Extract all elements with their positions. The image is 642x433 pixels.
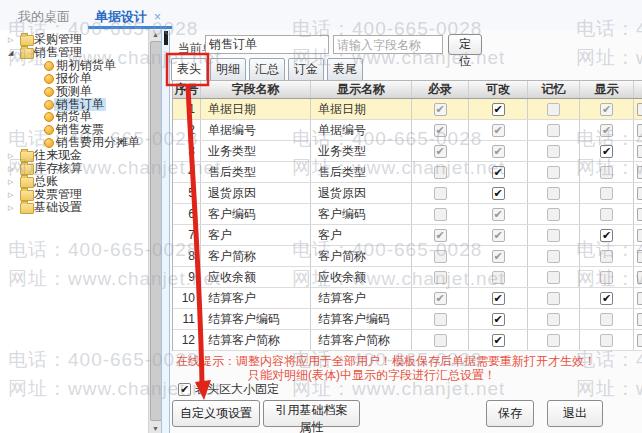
table-row-9[interactable]: 9应收余额应收余额 <box>173 267 642 288</box>
checkbox-required-row-12[interactable] <box>434 334 447 347</box>
checkbox-visible-row-1[interactable]: ✔ <box>600 103 613 116</box>
checkbox-required-row-6[interactable] <box>434 208 447 221</box>
checkbox-required-row-5[interactable] <box>434 187 447 200</box>
tree-expand-icon[interactable]: ▷ <box>8 188 13 201</box>
checkbox-required-row-7[interactable]: ✔ <box>434 229 447 242</box>
table-row-4[interactable]: 4售后类型售后类型✔ <box>173 162 642 183</box>
panel-splitter[interactable] <box>161 30 170 433</box>
tree-expand-icon[interactable]: ▷ <box>8 201 13 214</box>
checkbox-editable-row-9[interactable] <box>492 271 505 284</box>
save-button[interactable]: 保存 <box>486 400 534 427</box>
checkbox-visible-row-4[interactable] <box>600 166 613 179</box>
checkbox-visible-row-6[interactable] <box>600 208 613 221</box>
checkbox-visible-row-12[interactable] <box>600 334 613 347</box>
tab-my-desktop[interactable]: 我的桌面 <box>18 8 70 26</box>
locate-button[interactable]: 定位 <box>448 34 482 55</box>
checkbox-memory-row-3[interactable] <box>547 145 560 158</box>
scroll-down-icon[interactable]: ▼ <box>151 425 160 432</box>
checkbox-editable-row-5[interactable]: ✔ <box>492 187 505 200</box>
checkbox-editable-row-2[interactable]: ✔ <box>492 124 505 137</box>
clipped-checkbox <box>637 271 642 284</box>
custom-fields-button[interactable]: 自定义项设置 <box>172 400 260 427</box>
close-icon[interactable]: × <box>154 10 161 24</box>
table-row-5[interactable]: 5退货原因退货原因✔ <box>173 183 642 204</box>
column-header-1[interactable]: 字段名称 <box>201 81 311 98</box>
field-tab-4[interactable]: 表尾 <box>327 58 363 81</box>
checkbox-visible-row-10[interactable]: ✔ <box>600 292 613 305</box>
column-header-5[interactable]: 记忆 <box>528 81 580 98</box>
clipped-column <box>634 309 642 329</box>
field-tab-0[interactable]: 表头 <box>171 58 207 81</box>
clipped-column <box>634 81 642 98</box>
document-icon <box>44 87 54 97</box>
table-row-8[interactable]: 8客户简称客户简称✔ <box>173 246 642 267</box>
checkbox-editable-row-1[interactable]: ✔ <box>492 103 505 116</box>
sidebar-scrollbar[interactable]: ▲ ▼ <box>148 30 162 433</box>
field-search-input[interactable] <box>333 35 443 54</box>
table-row-12[interactable]: 12结算客户简称结算客户简称✔ <box>173 330 642 351</box>
checkbox-memory-row-8[interactable] <box>547 250 560 263</box>
fixed-header-checkbox[interactable]: ✔ <box>178 383 191 396</box>
cite-archive-button[interactable]: 引用基础档案属性 <box>263 400 360 427</box>
checkbox-required-row-1[interactable]: ✔ <box>434 103 447 116</box>
checkbox-editable-row-3[interactable]: ✔ <box>492 145 505 158</box>
scroll-up-icon[interactable]: ▲ <box>151 31 160 38</box>
checkbox-memory-row-5[interactable] <box>547 187 560 200</box>
field-tab-3[interactable]: 订金 <box>288 58 324 81</box>
checkbox-memory-row-11[interactable] <box>547 313 560 326</box>
checkbox-memory-row-6[interactable] <box>547 208 560 221</box>
checkbox-visible-row-2[interactable]: ✔ <box>600 124 613 137</box>
checkbox-memory-row-12[interactable] <box>547 334 560 347</box>
checkbox-required-row-8[interactable] <box>434 250 447 263</box>
checkbox-required-row-4[interactable] <box>434 166 447 179</box>
checkbox-memory-row-7[interactable] <box>547 229 560 242</box>
splitter-handle[interactable] <box>164 31 168 45</box>
column-header-4[interactable]: 可改 <box>469 81 528 98</box>
checkbox-editable-row-10[interactable]: ✔ <box>492 292 505 305</box>
checkbox-editable-row-6[interactable]: ✔ <box>492 208 505 221</box>
table-row-1[interactable]: 1单据日期单据日期✔✔✔ <box>173 99 642 120</box>
tree-collapse-icon[interactable]: ◢ <box>8 46 13 59</box>
tree-expand-icon[interactable]: ▷ <box>8 162 13 175</box>
checkbox-visible-row-11[interactable] <box>600 313 613 326</box>
tree-expand-icon[interactable]: ▷ <box>8 33 13 46</box>
checkbox-visible-row-7[interactable]: ✔ <box>600 229 613 242</box>
checkbox-required-row-10[interactable]: ✔ <box>434 292 447 305</box>
checkbox-editable-row-4[interactable]: ✔ <box>492 166 505 179</box>
current-doc-input[interactable] <box>205 35 329 54</box>
table-row-3[interactable]: 3业务类型业务类型✔✔✔ <box>173 141 642 162</box>
column-header-6[interactable]: 显示 <box>580 81 634 98</box>
tab-document-design[interactable]: 单据设计× <box>95 8 161 26</box>
checkbox-editable-row-7[interactable]: ✔ <box>492 229 505 242</box>
table-row-7[interactable]: 7客户客户✔✔✔ <box>173 225 642 246</box>
memory-cell <box>528 141 580 161</box>
checkbox-visible-row-8[interactable] <box>600 250 613 263</box>
table-row-10[interactable]: 10结算客户结算客户✔✔✔ <box>173 288 642 309</box>
checkbox-required-row-9[interactable] <box>434 271 447 284</box>
checkbox-required-row-2[interactable]: ✔ <box>434 124 447 137</box>
tree-expand-icon[interactable]: ▷ <box>8 149 13 162</box>
column-header-0[interactable]: 序号 <box>173 81 201 98</box>
checkbox-visible-row-3[interactable]: ✔ <box>600 145 613 158</box>
checkbox-visible-row-9[interactable] <box>600 271 613 284</box>
column-header-3[interactable]: 必录 <box>412 81 469 98</box>
table-row-2[interactable]: 2单据编号单据编号✔✔✔ <box>173 120 642 141</box>
checkbox-memory-row-10[interactable] <box>547 292 560 305</box>
column-header-2[interactable]: 显示名称 <box>311 81 412 98</box>
checkbox-editable-row-8[interactable]: ✔ <box>492 250 505 263</box>
checkbox-editable-row-12[interactable]: ✔ <box>492 334 505 347</box>
checkbox-visible-row-5[interactable] <box>600 187 613 200</box>
table-row-11[interactable]: 11结算客户编码结算客户编码✔ <box>173 309 642 330</box>
checkbox-memory-row-4[interactable] <box>547 166 560 179</box>
checkbox-memory-row-9[interactable] <box>547 271 560 284</box>
checkbox-required-row-11[interactable] <box>434 313 447 326</box>
tree-expand-icon[interactable]: ▷ <box>8 175 13 188</box>
checkbox-editable-row-11[interactable]: ✔ <box>492 313 505 326</box>
field-tab-2[interactable]: 汇总 <box>249 58 285 81</box>
field-tab-1[interactable]: 明细 <box>210 58 246 81</box>
exit-button[interactable]: 退出 <box>547 400 603 427</box>
checkbox-memory-row-2[interactable] <box>547 124 560 137</box>
checkbox-required-row-3[interactable]: ✔ <box>434 145 447 158</box>
table-row-6[interactable]: 6客户编码客户编码✔ <box>173 204 642 225</box>
checkbox-memory-row-1[interactable] <box>547 103 560 116</box>
